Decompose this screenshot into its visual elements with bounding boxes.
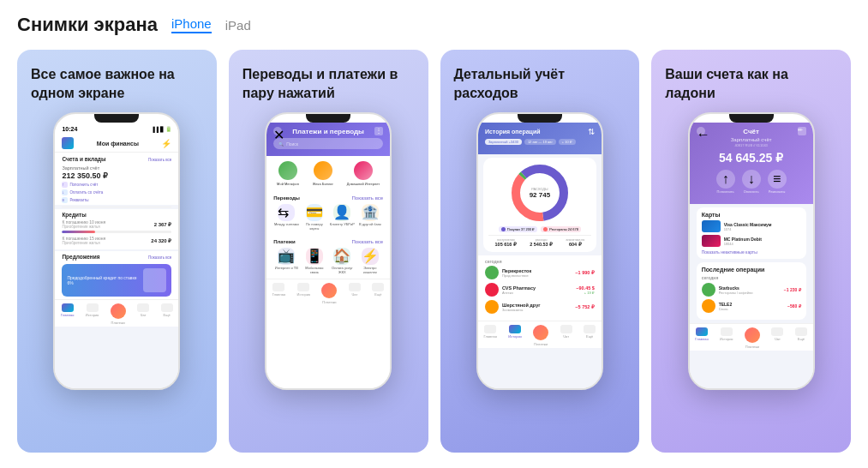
s2-home-label: Главная — [272, 292, 285, 297]
s1-nav-home[interactable]: Главная — [61, 303, 74, 325]
phone-2: ✕ Платежи и переводы ⋮ 🔍 Поиск Мой Мегаф — [265, 112, 392, 390]
s3-tx3-icon — [485, 300, 499, 314]
screenshots-grid: Все самое важное на одном экране 10:24 ▐… — [17, 50, 851, 453]
s1-more-icon — [161, 303, 173, 312]
s3-tab-plus[interactable]: + 10 ₽ — [559, 139, 576, 145]
s3-donut-chart: РАСХОДЫ 92 745 — [510, 163, 570, 223]
s3-header-row: История операций ⇅ — [485, 127, 595, 136]
s2-p4-icon: ⚡ — [362, 248, 379, 265]
s4-op1-sub: Рестораны / кофейни — [719, 291, 781, 295]
s3-donut-center: РАСХОДЫ 92 745 — [530, 187, 550, 199]
s2-transfer-3[interactable]: 👤 Клиенту УБРиР — [329, 204, 356, 231]
s4-action-req[interactable]: ≡ Реквизиты — [768, 170, 787, 194]
s4-nav-history[interactable]: История — [720, 327, 733, 349]
s3-tx3-sub: Зоомагазины — [502, 308, 572, 312]
s1-chat-label: Чат — [141, 313, 147, 317]
s2-contact2-avatar — [314, 161, 332, 180]
s2-transfer-1[interactable]: ⇆ Между счетами — [273, 204, 300, 231]
s2-recent-contacts: Мой Мегафон Жека Биллиг Домашний Интерне… — [266, 156, 390, 191]
s1-nav-history[interactable]: История — [86, 303, 99, 325]
s3-stat2-val: 2 540.53 ₽ — [530, 242, 553, 247]
s3-header: История операций ⇅ Зарплатный +3430 12 а… — [478, 123, 602, 154]
s2-p3-icon: 🏠 — [333, 248, 350, 265]
s3-legend2-label: Рестораны 24 678 — [549, 227, 578, 231]
page-header: Снимки экрана iPhone iPad — [17, 14, 851, 36]
s1-nav-more[interactable]: Ещё — [161, 303, 173, 325]
s4-history-icon — [721, 327, 733, 336]
s2-transfer-4[interactable]: 🏦 В другой банк — [357, 204, 384, 231]
s4-home-label: Главная — [695, 337, 708, 341]
s3-nav-home[interactable]: Главная — [484, 325, 497, 346]
s4-op2-icon — [702, 299, 715, 313]
s3-nav-chat[interactable]: Чат — [560, 325, 572, 346]
s3-home-label: Главная — [484, 334, 497, 339]
s2-nav-pay[interactable]: Платежи — [321, 283, 337, 304]
s3-nav-history[interactable]: История — [508, 325, 522, 346]
s3-filter-icon[interactable]: ⇅ — [588, 127, 595, 136]
s4-pay-fab-icon — [745, 327, 760, 343]
s2-transfers-link[interactable]: Показать все — [351, 195, 383, 201]
screenshot-card-4: Ваши счета как на ладони ← Счёт ✏ Зарпла… — [651, 50, 851, 453]
s1-bottom-nav: Главная История Платежи Чат — [55, 299, 178, 327]
s4-show-inactive-link[interactable]: Показать неактивные карты — [702, 249, 801, 255]
s2-contact-1[interactable]: Мой Мегафон — [277, 161, 299, 186]
s2-nav-history[interactable]: История — [297, 283, 311, 304]
s4-card2-info: MC Platinum Debit 18044 — [724, 237, 801, 246]
s3-tab-period[interactable]: 12 авг — 19 авг — [524, 139, 556, 145]
s1-nav-chat[interactable]: Чат — [137, 303, 149, 325]
s2-t2-label: По номеру карты — [302, 222, 328, 231]
s4-action-pay[interactable]: ↓ Оплатить — [742, 170, 761, 194]
s2-payment-3[interactable]: 🏠 Оплата услуг ЖКХ — [329, 248, 356, 274]
s3-tab-salary[interactable]: Зарплатный +3430 — [485, 139, 522, 145]
s3-nav-more[interactable]: Ещё — [584, 325, 596, 346]
s1-nav-pay[interactable]: Платежи — [111, 303, 126, 325]
s1-pay-fab-icon — [111, 303, 126, 319]
s2-t1-label: Между счетами — [274, 222, 299, 226]
s4-back-icon[interactable]: ← — [697, 127, 705, 135]
s3-pay-fab-icon — [533, 325, 548, 340]
s4-nav-more[interactable]: Ещё — [795, 327, 807, 349]
s3-home-icon — [484, 325, 496, 333]
s4-op1-amount: −1 230 ₽ — [784, 287, 801, 292]
s1-section3-title: Предложения — [62, 254, 99, 260]
s2-more-label: Ещё — [374, 292, 381, 297]
s2-close-btn[interactable]: ✕ — [273, 127, 282, 135]
s2-nav-more[interactable]: Ещё — [372, 283, 384, 304]
s2-contact-3[interactable]: Домашний Интернет — [347, 161, 380, 186]
s2-payment-1[interactable]: 📺 Интернет и ТВ — [273, 248, 300, 274]
s4-op1-icon — [702, 283, 715, 297]
tab-ipad[interactable]: iPad — [225, 18, 251, 33]
s2-screen-title: Платежи и переводы — [292, 128, 364, 135]
card-1-caption: Все самое важное на одном экране — [17, 50, 217, 112]
s2-payment-2[interactable]: 📱 Мобильная связь — [302, 248, 328, 274]
s3-nav-pay[interactable]: Платежи — [533, 325, 548, 346]
s2-menu-icon[interactable]: ⋮ — [374, 127, 383, 135]
s3-history-icon — [509, 325, 521, 333]
s1-btn-add[interactable]: ↑ Пополнить счёт — [62, 182, 98, 188]
s4-body: Карты Visa Classic Максимум 1074 — [690, 204, 813, 323]
s2-payment-4[interactable]: ⚡ Электро кошелек — [357, 248, 384, 274]
s4-nav-pay[interactable]: Платежи — [745, 327, 760, 349]
s3-tx3-info: Шерстяной друг Зоомагазины — [502, 303, 572, 312]
s2-transfer-2[interactable]: 💳 По номеру карты — [302, 204, 328, 231]
card-3-phone-wrapper: История операций ⇅ Зарплатный +3430 12 а… — [440, 112, 640, 404]
s2-nav-chat[interactable]: Чат — [349, 283, 361, 304]
s2-contact-2[interactable]: Жека Биллиг — [313, 161, 333, 186]
s4-action-add[interactable]: ↑ Пополнить — [716, 170, 735, 194]
s4-edit-icon[interactable]: ✏ — [798, 127, 806, 135]
s4-ops-section: Последние операции сегодня Starbucks Рес… — [697, 262, 806, 320]
tab-iphone[interactable]: iPhone — [171, 16, 212, 33]
s4-card2-row[interactable]: MC Platinum Debit 18044 — [702, 235, 801, 247]
s4-nav-home[interactable]: Главная — [695, 327, 708, 349]
s2-payments-grid: 📺 Интернет и ТВ 📱 Мобильная связь 🏠 Опла… — [273, 248, 383, 274]
s2-nav-home[interactable]: Главная — [272, 283, 285, 304]
s4-nav-chat[interactable]: Чат — [771, 327, 783, 349]
s2-payments-link[interactable]: Показать все — [351, 239, 383, 244]
s4-card1-row[interactable]: Visa Classic Максимум 1074 — [702, 220, 801, 232]
s2-t1-icon: ⇆ — [278, 204, 295, 221]
s1-home-icon — [62, 303, 74, 312]
screenshot-card-3: Детальный учёт расходов История операций… — [440, 50, 640, 453]
s2-search-bar[interactable]: 🔍 Поиск — [273, 138, 383, 149]
s4-home-icon — [696, 327, 708, 336]
s1-more-label: Ещё — [164, 313, 171, 317]
